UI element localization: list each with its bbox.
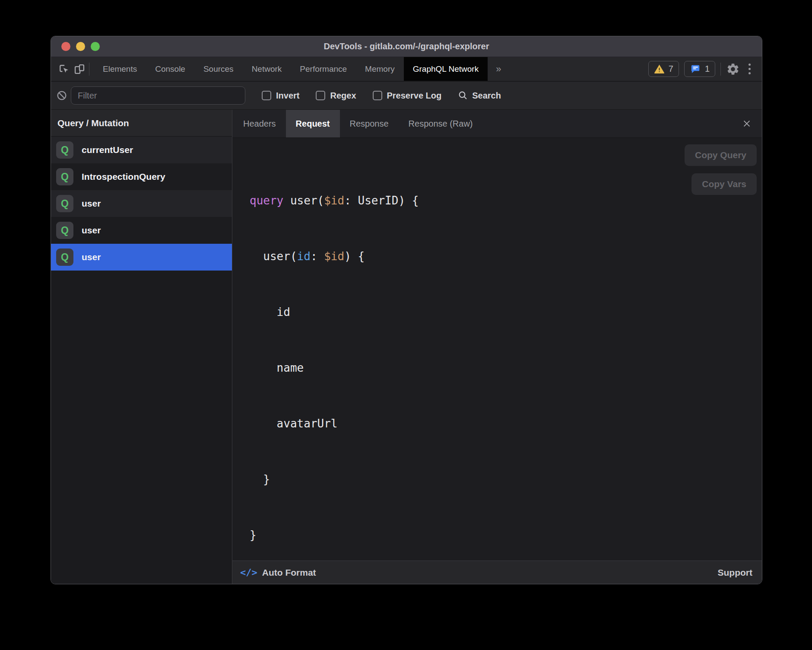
detail-tab-strip: Headers Request Response Response (Raw)	[232, 110, 762, 138]
devtools-window: DevTools - gitlab.com/-/graphql-explorer	[51, 36, 762, 584]
device-toolbar-icon	[73, 63, 86, 75]
query-list-item-label: user	[82, 252, 101, 262]
query-type-badge: Q	[56, 195, 73, 212]
macos-minimize-button[interactable]	[76, 42, 85, 51]
query-list-item-label: user	[82, 198, 101, 209]
query-type-badge: Q	[56, 222, 73, 239]
regex-label: Regex	[330, 91, 356, 101]
inspect-cursor-icon	[58, 63, 70, 75]
query-list-item-label: IntrospectionQuery	[82, 172, 165, 182]
auto-format-label: Auto Format	[262, 567, 316, 578]
tab-request[interactable]: Request	[286, 110, 340, 137]
tab-console[interactable]: Console	[146, 57, 194, 81]
query-list-item-label: user	[82, 225, 101, 236]
warning-icon	[654, 64, 665, 74]
query-type-badge: Q	[56, 249, 73, 266]
query-list-item-currentUser[interactable]: Q currentUser	[51, 137, 232, 163]
toolbar-right-group: 7 1	[648, 57, 762, 81]
chat-bubble-icon	[690, 64, 701, 75]
toolbar-divider	[89, 63, 89, 76]
request-content: query user($id: UserID) { user(id: $id) …	[232, 138, 762, 561]
invert-checkbox[interactable]	[262, 91, 271, 100]
tab-elements[interactable]: Elements	[94, 57, 146, 81]
query-list-item-label: currentUser	[82, 145, 133, 155]
close-detail-button[interactable]	[738, 110, 756, 137]
regex-checkbox-group[interactable]: Regex	[316, 91, 356, 101]
clear-button[interactable]	[56, 90, 67, 101]
console-warnings-button[interactable]: 7	[648, 61, 679, 77]
query-list-item-introspectionquery[interactable]: Q IntrospectionQuery	[51, 163, 232, 190]
query-type-badge: Q	[56, 168, 73, 185]
devtools-panel-tabs: Elements Console Sources Network Perform…	[94, 57, 488, 81]
invert-checkbox-group[interactable]: Invert	[262, 91, 299, 101]
invert-label: Invert	[276, 91, 299, 101]
preserve-log-label: Preserve Log	[387, 91, 442, 101]
tab-performance[interactable]: Performance	[291, 57, 356, 81]
request-query-code: query user($id: UserID) { user(id: $id) …	[239, 154, 748, 561]
devtools-toolbar: Elements Console Sources Network Perform…	[51, 57, 762, 82]
query-type-badge: Q	[56, 141, 73, 159]
tab-memory[interactable]: Memory	[356, 57, 404, 81]
filter-input[interactable]	[71, 86, 245, 105]
block-icon	[56, 90, 67, 101]
sidebar-header: Query / Mutation	[51, 110, 232, 137]
sidebar-empty-space	[51, 271, 232, 584]
query-list-item-user-2[interactable]: Q user	[51, 217, 232, 244]
kebab-menu-button[interactable]	[745, 64, 754, 74]
titlebar: DevTools - gitlab.com/-/graphql-explorer	[51, 36, 762, 57]
preserve-log-checkbox-group[interactable]: Preserve Log	[373, 91, 442, 101]
settings-button[interactable]	[726, 62, 740, 76]
tab-headers[interactable]: Headers	[233, 110, 286, 137]
screen-background: DevTools - gitlab.com/-/graphql-explorer	[0, 0, 812, 650]
main-area: Query / Mutation Q currentUser Q Introsp…	[51, 110, 762, 584]
copy-query-button[interactable]: Copy Query	[685, 144, 757, 166]
code-brackets-icon: </>	[240, 567, 257, 578]
window-title: DevTools - gitlab.com/-/graphql-explorer	[324, 41, 489, 51]
copy-buttons: Copy Query Copy Vars	[685, 144, 757, 195]
support-link[interactable]: Support	[718, 567, 752, 578]
auto-format-button[interactable]: </> Auto Format	[240, 567, 316, 578]
traffic-lights	[61, 36, 100, 57]
tab-graphql-network[interactable]: GraphQL Network	[404, 57, 488, 81]
copy-vars-button[interactable]: Copy Vars	[691, 173, 757, 195]
kebab-menu-icon	[749, 64, 751, 66]
device-toolbar-button[interactable]	[73, 63, 86, 75]
detail-panel: Headers Request Response Response (Raw) …	[232, 110, 762, 584]
warning-count: 7	[669, 64, 673, 74]
preserve-log-checkbox[interactable]	[373, 91, 382, 100]
tab-sources[interactable]: Sources	[194, 57, 243, 81]
macos-zoom-button[interactable]	[91, 42, 100, 51]
issues-button[interactable]: 1	[684, 61, 715, 77]
search-icon	[458, 90, 468, 101]
gear-icon	[726, 62, 740, 76]
tab-response[interactable]: Response	[340, 110, 399, 137]
tab-network[interactable]: Network	[243, 57, 291, 81]
search-button[interactable]: Search	[458, 90, 501, 101]
more-tabs-button[interactable]: »	[488, 57, 509, 81]
issues-count: 1	[705, 64, 710, 74]
query-list-sidebar: Query / Mutation Q currentUser Q Introsp…	[51, 110, 232, 584]
tab-response-raw[interactable]: Response (Raw)	[399, 110, 483, 137]
macos-close-button[interactable]	[61, 42, 70, 51]
query-list-item-user-1[interactable]: Q user	[51, 190, 232, 217]
regex-checkbox[interactable]	[316, 91, 325, 100]
search-label: Search	[472, 91, 501, 101]
inspect-element-button[interactable]	[58, 63, 70, 75]
toolbar-left-icons	[51, 57, 94, 81]
close-icon	[742, 119, 752, 128]
panel-footer: </> Auto Format Support	[232, 561, 762, 584]
query-list-item-user-3-selected[interactable]: Q user	[51, 244, 232, 271]
toolbar-divider	[720, 63, 721, 76]
filter-bar: Invert Regex Preserve Log Search	[51, 82, 762, 110]
